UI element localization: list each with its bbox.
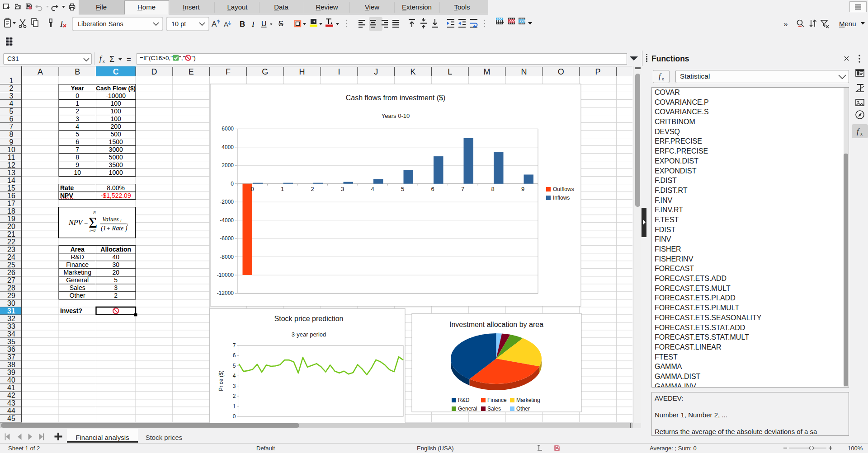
svg-text:100: 100: [111, 115, 122, 122]
svg-text:7: 7: [75, 146, 79, 153]
svg-text:10: 10: [7, 146, 15, 154]
svg-text:6: 6: [75, 138, 79, 145]
svg-text:3: 3: [233, 383, 236, 389]
svg-text:4: 4: [75, 123, 79, 130]
svg-text:2: 2: [311, 186, 314, 192]
svg-text:43: 43: [7, 399, 15, 407]
svg-text:L: L: [448, 67, 452, 76]
svg-text:B: B: [75, 67, 80, 76]
svg-text:19: 19: [7, 215, 15, 223]
svg-text:x: x: [662, 77, 664, 81]
svg-text:0: 0: [75, 92, 79, 99]
svg-text:-10000: -10000: [217, 272, 234, 278]
svg-text:13: 13: [7, 169, 15, 177]
svg-text:2: 2: [75, 107, 79, 115]
svg-text:Values: Values: [102, 216, 119, 223]
svg-text:6: 6: [9, 115, 14, 123]
svg-text:34: 34: [7, 330, 15, 338]
svg-text:30: 30: [112, 261, 119, 268]
svg-text:1500: 1500: [109, 138, 123, 145]
svg-text:Years 0-10: Years 0-10: [382, 112, 410, 119]
svg-text:=: =: [84, 219, 88, 226]
svg-text:30: 30: [7, 299, 15, 307]
svg-text:42: 42: [7, 392, 15, 399]
svg-text:Cash flows from investment ($): Cash flows from investment ($): [346, 94, 446, 102]
svg-text:15: 15: [7, 184, 15, 192]
svg-text:0: 0: [250, 186, 254, 192]
svg-text:0: 0: [231, 181, 234, 187]
svg-text:N: N: [93, 210, 96, 215]
svg-text:8: 8: [75, 154, 79, 161]
svg-text:200: 200: [111, 123, 122, 130]
svg-text:37: 37: [7, 353, 15, 361]
svg-text:3-year period: 3-year period: [292, 331, 326, 338]
svg-text:i=0: i=0: [90, 228, 96, 233]
svg-text:I: I: [338, 67, 340, 76]
svg-text:(1+ Rate ): (1+ Rate ): [101, 225, 127, 232]
svg-text:8: 8: [9, 131, 14, 138]
svg-text:-2000: -2000: [220, 199, 234, 205]
svg-text:4000: 4000: [222, 144, 234, 150]
svg-text:O: O: [558, 67, 564, 76]
svg-text:6: 6: [431, 186, 434, 192]
svg-text:5: 5: [401, 186, 404, 192]
svg-text:22: 22: [7, 238, 15, 246]
svg-text:40: 40: [7, 376, 15, 384]
svg-text:-4000: -4000: [220, 217, 234, 224]
svg-text:3: 3: [114, 284, 118, 291]
svg-text:Sales: Sales: [487, 406, 501, 412]
svg-text:23: 23: [7, 246, 15, 253]
svg-text:A: A: [38, 67, 43, 76]
svg-text:45: 45: [7, 415, 15, 422]
svg-text:N: N: [521, 67, 527, 76]
svg-text:6000: 6000: [222, 126, 234, 132]
svg-text:Price ($): Price ($): [218, 370, 224, 391]
svg-text:Other: Other: [70, 292, 85, 299]
svg-text:32: 32: [7, 315, 15, 322]
svg-text:-12000: -12000: [217, 290, 234, 296]
svg-text:7: 7: [9, 123, 14, 131]
svg-text:27: 27: [7, 276, 15, 284]
svg-text:9: 9: [75, 161, 79, 168]
svg-text:2: 2: [233, 393, 236, 399]
svg-text:D: D: [151, 67, 157, 76]
svg-text:5000: 5000: [109, 154, 123, 161]
svg-text:44: 44: [7, 407, 15, 415]
svg-text:100: 100: [111, 107, 122, 115]
svg-text:5: 5: [9, 107, 14, 115]
svg-text:R&D: R&D: [458, 397, 470, 403]
svg-text:C: C: [113, 67, 119, 76]
svg-text:36: 36: [7, 346, 15, 353]
svg-text:K: K: [410, 67, 415, 76]
svg-text:f: f: [659, 72, 662, 80]
svg-text:3: 3: [9, 92, 14, 100]
svg-text:20: 20: [112, 269, 119, 276]
svg-text:3: 3: [75, 115, 79, 122]
svg-text:17: 17: [7, 200, 15, 207]
svg-text:35: 35: [7, 338, 15, 346]
svg-text:Other: Other: [516, 406, 530, 412]
svg-text:10: 10: [74, 169, 81, 176]
svg-text:5: 5: [114, 276, 118, 284]
svg-text:3: 3: [341, 186, 344, 192]
svg-text:9: 9: [521, 186, 524, 192]
svg-text:1: 1: [9, 77, 14, 84]
svg-text:Outflows: Outflows: [553, 186, 574, 192]
svg-text:41: 41: [7, 384, 15, 392]
svg-text:500: 500: [111, 131, 122, 138]
svg-text:1: 1: [75, 100, 79, 107]
svg-text:26: 26: [7, 269, 15, 276]
svg-text:100: 100: [111, 100, 122, 107]
svg-text:5: 5: [233, 363, 236, 369]
svg-text:-$1,522.09: -$1,522.09: [101, 192, 131, 199]
svg-text:Sales: Sales: [70, 284, 85, 291]
svg-text:Finance: Finance: [66, 261, 89, 268]
svg-text:NPV: NPV: [68, 219, 83, 226]
svg-text:31: 31: [7, 307, 15, 315]
svg-text:P: P: [595, 67, 600, 76]
svg-text:24: 24: [7, 253, 15, 261]
svg-text:E: E: [189, 67, 194, 76]
svg-text:39: 39: [7, 369, 15, 376]
svg-text:33: 33: [7, 322, 15, 330]
svg-text:General: General: [458, 406, 477, 412]
